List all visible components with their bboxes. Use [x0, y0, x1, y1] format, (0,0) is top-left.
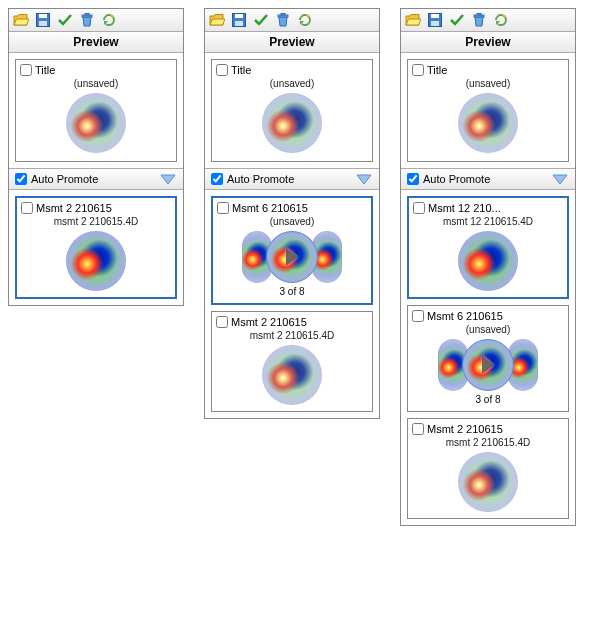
measurement-sub: msmt 12 210615.4D [413, 216, 563, 227]
svg-rect-14 [431, 21, 439, 26]
auto-promote-label: Auto Promote [423, 173, 490, 185]
svg-rect-4 [85, 14, 89, 16]
title-label: Title [231, 64, 251, 76]
auto-promote-row: Auto Promote [9, 168, 183, 190]
frame-count: 3 of 8 [217, 286, 367, 297]
measurement-checkbox[interactable] [413, 202, 425, 214]
svg-rect-7 [235, 14, 243, 18]
preview-panel: Preview Title (unsaved) Auto Promote Msm… [204, 8, 380, 419]
preview-header: Preview [9, 32, 183, 53]
auto-promote-row: Auto Promote [401, 168, 575, 190]
auto-promote-label: Auto Promote [31, 173, 98, 185]
preview-header: Preview [205, 32, 379, 53]
toolbar [401, 9, 575, 32]
measurement-checkbox[interactable] [21, 202, 33, 214]
measurement-checkbox[interactable] [217, 202, 229, 214]
chevron-down-icon[interactable] [159, 172, 177, 186]
title-sub: (unsaved) [216, 78, 368, 89]
measurement-label: Msmt 12 210... [428, 202, 501, 214]
delete-icon[interactable] [471, 12, 487, 28]
svg-point-17 [503, 15, 506, 18]
svg-rect-16 [477, 14, 481, 16]
svg-rect-8 [235, 21, 243, 26]
measurement-card[interactable]: Msmt 12 210... msmt 12 210615.4D [407, 196, 569, 299]
apply-icon[interactable] [449, 12, 465, 28]
preview-panel: Preview Title (unsaved) Auto Promote Msm… [400, 8, 576, 526]
toolbar [9, 9, 183, 32]
save-icon[interactable] [231, 12, 247, 28]
title-sub: (unsaved) [412, 78, 564, 89]
thumbnail[interactable] [458, 231, 518, 291]
auto-promote-label: Auto Promote [227, 173, 294, 185]
thumbnail[interactable] [66, 231, 126, 291]
preview-panel: Preview Title (unsaved) Auto Promote Msm… [8, 8, 184, 306]
thumbnail-stack[interactable] [217, 231, 367, 283]
measurement-checkbox[interactable] [412, 310, 424, 322]
measurement-sub: msmt 2 210615.4D [216, 330, 368, 341]
title-thumbnail [262, 93, 322, 153]
measurement-label: Msmt 2 210615 [427, 423, 503, 435]
title-thumbnail [458, 93, 518, 153]
save-icon[interactable] [35, 12, 51, 28]
measurement-card[interactable]: Msmt 6 210615 (unsaved) 3 of 8 [211, 196, 373, 305]
measurement-sub: msmt 2 210615.4D [412, 437, 564, 448]
refresh-icon[interactable] [297, 12, 313, 28]
measurement-checkbox[interactable] [412, 423, 424, 435]
title-label: Title [427, 64, 447, 76]
title-card: Title (unsaved) [15, 59, 177, 162]
auto-promote-checkbox[interactable] [15, 173, 27, 185]
svg-rect-2 [39, 21, 47, 26]
frame-count: 3 of 8 [412, 394, 564, 405]
title-checkbox[interactable] [20, 64, 32, 76]
chevron-down-icon[interactable] [551, 172, 569, 186]
auto-promote-checkbox[interactable] [407, 173, 419, 185]
chevron-down-icon[interactable] [355, 172, 373, 186]
open-icon[interactable] [405, 12, 421, 28]
delete-icon[interactable] [79, 12, 95, 28]
measurement-sub: (unsaved) [217, 216, 367, 227]
title-checkbox[interactable] [216, 64, 228, 76]
title-thumbnail [66, 93, 126, 153]
title-card: Title (unsaved) [211, 59, 373, 162]
title-sub: (unsaved) [20, 78, 172, 89]
toolbar [205, 9, 379, 32]
measurement-card[interactable]: Msmt 2 210615 msmt 2 210615.4D [15, 196, 177, 299]
measurement-card[interactable]: Msmt 6 210615 (unsaved) 3 of 8 [407, 305, 569, 412]
apply-icon[interactable] [253, 12, 269, 28]
svg-rect-13 [431, 14, 439, 18]
open-icon[interactable] [13, 12, 29, 28]
measurement-card[interactable]: Msmt 2 210615 msmt 2 210615.4D [407, 418, 569, 519]
measurement-card[interactable]: Msmt 2 210615 msmt 2 210615.4D [211, 311, 373, 412]
preview-header: Preview [401, 32, 575, 53]
svg-point-5 [111, 15, 114, 18]
refresh-icon[interactable] [493, 12, 509, 28]
title-checkbox[interactable] [412, 64, 424, 76]
measurement-label: Msmt 2 210615 [36, 202, 112, 214]
thumbnail[interactable] [262, 345, 322, 405]
title-card: Title (unsaved) [407, 59, 569, 162]
measurement-sub: msmt 2 210615.4D [21, 216, 171, 227]
save-icon[interactable] [427, 12, 443, 28]
refresh-icon[interactable] [101, 12, 117, 28]
apply-icon[interactable] [57, 12, 73, 28]
measurement-label: Msmt 6 210615 [427, 310, 503, 322]
measurement-sub: (unsaved) [412, 324, 564, 335]
auto-promote-row: Auto Promote [205, 168, 379, 190]
svg-point-11 [307, 15, 310, 18]
svg-rect-1 [39, 14, 47, 18]
open-icon[interactable] [209, 12, 225, 28]
thumbnail[interactable] [458, 452, 518, 512]
play-icon[interactable] [286, 248, 298, 266]
measurement-label: Msmt 2 210615 [231, 316, 307, 328]
auto-promote-checkbox[interactable] [211, 173, 223, 185]
thumbnail-stack[interactable] [412, 339, 564, 391]
title-label: Title [35, 64, 55, 76]
svg-rect-10 [281, 14, 285, 16]
play-icon[interactable] [482, 356, 494, 374]
measurement-checkbox[interactable] [216, 316, 228, 328]
delete-icon[interactable] [275, 12, 291, 28]
measurement-label: Msmt 6 210615 [232, 202, 308, 214]
